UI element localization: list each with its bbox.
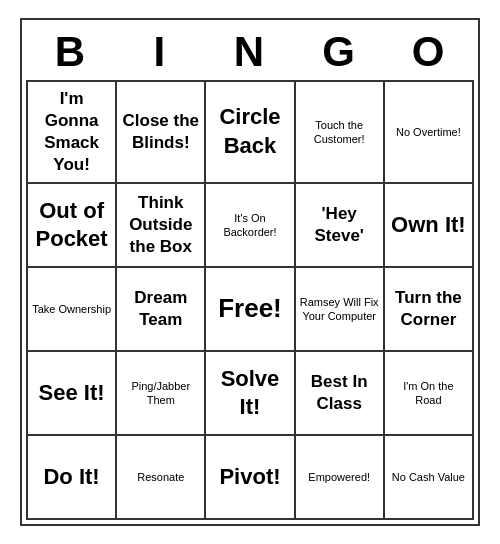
bingo-cell-16: Ping/Jabber Them — [117, 352, 206, 436]
bingo-cell-0: I'm Gonna Smack You! — [28, 82, 117, 184]
bingo-cell-1: Close the Blinds! — [117, 82, 206, 184]
bingo-cell-6: Think Outside the Box — [117, 184, 206, 268]
bingo-cell-18: Best In Class — [296, 352, 385, 436]
bingo-cell-2: Circle Back — [206, 82, 295, 184]
bingo-cell-9: Own It! — [385, 184, 474, 268]
bingo-cell-20: Do It! — [28, 436, 117, 520]
header-b: B — [26, 24, 116, 80]
bingo-grid: I'm Gonna Smack You!Close the Blinds!Cir… — [26, 80, 474, 520]
bingo-cell-7: It's On Backorder! — [206, 184, 295, 268]
bingo-cell-14: Turn the Corner — [385, 268, 474, 352]
bingo-cell-11: Dream Team — [117, 268, 206, 352]
header-i: I — [116, 24, 206, 80]
bingo-cell-22: Pivot! — [206, 436, 295, 520]
bingo-cell-19: I'm On the Road — [385, 352, 474, 436]
bingo-cell-4: No Overtime! — [385, 82, 474, 184]
bingo-cell-21: Resonate — [117, 436, 206, 520]
bingo-cell-12: Free! — [206, 268, 295, 352]
bingo-cell-17: Solve It! — [206, 352, 295, 436]
bingo-cell-23: Empowered! — [296, 436, 385, 520]
bingo-cell-8: 'Hey Steve' — [296, 184, 385, 268]
bingo-cell-5: Out of Pocket — [28, 184, 117, 268]
bingo-cell-13: Ramsey Will Fix Your Computer — [296, 268, 385, 352]
header-n: N — [205, 24, 295, 80]
bingo-cell-15: See It! — [28, 352, 117, 436]
bingo-cell-10: Take Ownership — [28, 268, 117, 352]
bingo-cell-24: No Cash Value — [385, 436, 474, 520]
bingo-header: B I N G O — [26, 24, 474, 80]
bingo-cell-3: Touch the Customer! — [296, 82, 385, 184]
header-g: G — [295, 24, 385, 80]
bingo-card: B I N G O I'm Gonna Smack You!Close the … — [20, 18, 480, 526]
header-o: O — [384, 24, 474, 80]
